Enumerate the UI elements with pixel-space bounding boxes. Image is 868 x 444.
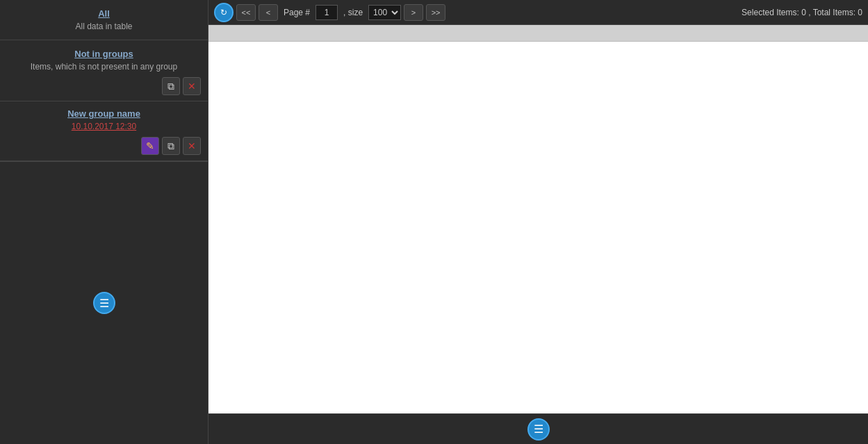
group-actions: ✎ ⧉ ✕: [7, 137, 201, 155]
not-in-groups-section: Not in groups Items, which is not presen…: [0, 40, 208, 101]
list-icon-right: ☰: [534, 422, 543, 436]
copy-not-in-groups-button[interactable]: ⧉: [162, 77, 180, 95]
all-title[interactable]: All: [7, 8, 201, 19]
not-in-groups-title[interactable]: Not in groups: [7, 49, 201, 59]
prev-page-button[interactable]: <: [259, 4, 278, 21]
delete-group-button[interactable]: ✕: [183, 137, 201, 155]
not-in-groups-actions: ⧉ ✕: [7, 77, 201, 95]
page-size-select[interactable]: 10 25 50 100 200: [368, 5, 401, 20]
content-list-icon-button[interactable]: ☰: [527, 418, 550, 441]
table-container: [208, 25, 868, 413]
not-in-groups-description: Items, which is not present in any group: [7, 62, 201, 72]
sidebar-bottom: ☰: [0, 161, 208, 444]
size-label: , size: [343, 8, 363, 17]
all-subtitle: All data in table: [7, 22, 201, 31]
edit-group-button[interactable]: ✎: [141, 137, 159, 155]
last-page-button[interactable]: >>: [426, 4, 445, 21]
first-page-button[interactable]: <<: [236, 4, 256, 21]
copy-icon: ⧉: [167, 81, 174, 92]
all-section: All All data in table: [0, 0, 208, 40]
group-name[interactable]: New group name: [7, 108, 201, 119]
next-page-button[interactable]: >: [404, 4, 423, 21]
delete-not-in-groups-button[interactable]: ✕: [183, 77, 201, 95]
delete-group-icon: ✕: [188, 140, 196, 151]
page-label: Page #: [284, 8, 310, 17]
new-group-section: New group name 10.10.2017 12:30 ✎ ⧉ ✕: [0, 101, 208, 161]
toolbar: ↻ << < Page # , size 10 25 50 100 200 > …: [208, 0, 868, 25]
content-bottom: ☰: [208, 413, 868, 444]
group-date: 10.10.2017 12:30: [7, 122, 201, 131]
copy-group-icon: ⧉: [167, 140, 174, 152]
refresh-icon: ↻: [220, 8, 227, 17]
edit-icon: ✎: [146, 140, 154, 151]
delete-icon: ✕: [188, 81, 196, 92]
refresh-button[interactable]: ↻: [214, 3, 234, 22]
page-number-input[interactable]: [316, 5, 338, 20]
sidebar-list-icon-button[interactable]: ☰: [93, 292, 115, 314]
total-items-label: Total Items: 0: [813, 8, 862, 17]
sidebar: All All data in table Not in groups Item…: [0, 0, 208, 444]
list-icon-left: ☰: [99, 297, 109, 310]
table-header: [208, 25, 868, 42]
stats-label: Selected Items: 0 , Total Items: 0: [742, 8, 862, 17]
content-area: ↻ << < Page # , size 10 25 50 100 200 > …: [208, 0, 868, 444]
selected-items-label: Selected Items: 0: [742, 8, 806, 17]
copy-group-button[interactable]: ⧉: [162, 137, 180, 155]
